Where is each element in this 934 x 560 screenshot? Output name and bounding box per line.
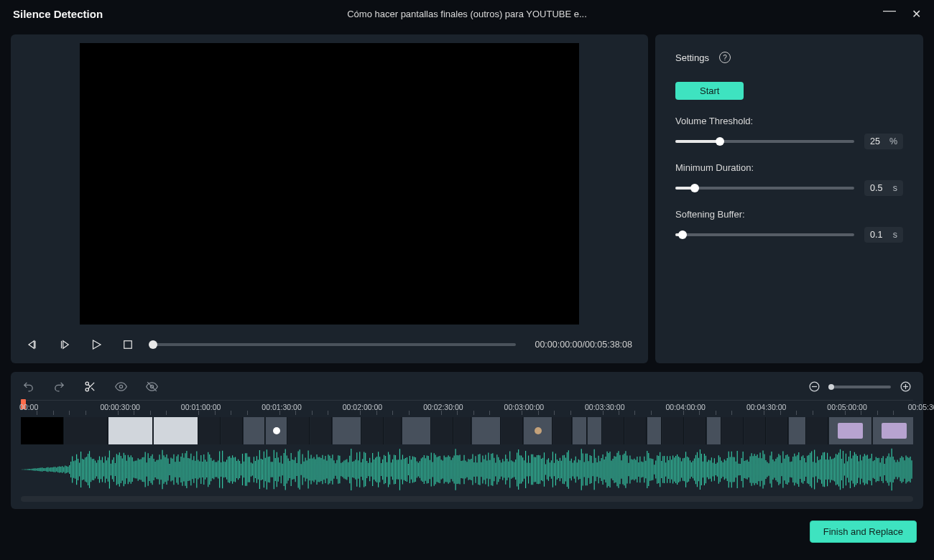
clip-thumb[interactable] [807, 417, 828, 444]
settings-panel: Settings ? Start Volume Threshold: 25 % … [655, 34, 923, 363]
start-button[interactable]: Start [675, 82, 744, 100]
clip-thumb[interactable] [767, 417, 788, 444]
clip-thumb[interactable] [65, 417, 108, 444]
clip-thumb[interactable] [199, 417, 221, 444]
clip-thumb[interactable] [333, 417, 361, 444]
clip-thumb[interactable] [873, 417, 913, 444]
svg-marker-3 [63, 341, 69, 349]
volume-threshold-label: Volume Threshold: [675, 116, 903, 126]
stop-icon[interactable] [121, 338, 134, 351]
svg-marker-4 [93, 340, 101, 349]
ruler-label: 00:00 [19, 403, 38, 411]
zoom-out-icon[interactable] [808, 381, 820, 393]
clip-thumb[interactable] [21, 417, 64, 444]
clip-thumb[interactable] [362, 417, 384, 444]
clip-thumb[interactable] [472, 417, 501, 444]
volume-threshold-value[interactable]: 25 % [864, 134, 903, 149]
step-forward-icon[interactable] [58, 338, 71, 351]
clip-thumb[interactable] [501, 417, 523, 444]
volume-threshold-slider[interactable] [675, 140, 854, 143]
svg-point-6 [85, 382, 88, 385]
scrub-bar[interactable] [153, 343, 516, 346]
minimum-duration-slider[interactable] [675, 187, 854, 190]
clip-thumb[interactable] [454, 417, 471, 444]
svg-line-9 [91, 388, 94, 391]
eye-off-icon[interactable] [146, 381, 158, 393]
close-icon[interactable]: ✕ [912, 7, 921, 21]
clip-thumb[interactable] [707, 417, 721, 444]
clip-thumb[interactable] [288, 417, 310, 444]
step-back-icon[interactable] [27, 338, 40, 351]
settings-heading: Settings [675, 52, 709, 63]
clip-thumb[interactable] [647, 417, 662, 444]
redo-icon[interactable] [53, 381, 65, 393]
video-preview[interactable] [80, 43, 579, 325]
timeline-panel: 00:0000:00:30:0000:01:00:0000:01:30:0000… [11, 372, 923, 509]
audio-track[interactable] [21, 444, 913, 495]
clip-thumb[interactable] [432, 417, 453, 444]
timecode: 00:00:00:00/00:05:38:08 [535, 340, 632, 350]
clip-thumb[interactable] [553, 417, 572, 444]
clip-thumb[interactable] [573, 417, 587, 444]
svg-line-10 [88, 385, 91, 387]
svg-marker-0 [29, 341, 34, 349]
clip-thumb[interactable] [625, 417, 647, 444]
clip-thumb[interactable] [722, 417, 744, 444]
clip-thumb[interactable] [402, 417, 431, 444]
clip-thumb[interactable] [829, 417, 872, 444]
softening-buffer-value[interactable]: 0.1 s [864, 227, 903, 243]
clip-thumb[interactable] [266, 417, 287, 444]
transport-bar: 00:00:00:00/00:05:38:08 [27, 335, 632, 355]
help-icon[interactable]: ? [719, 52, 731, 63]
play-icon[interactable] [90, 338, 103, 351]
timeline-scrollbar[interactable] [21, 496, 913, 502]
clip-thumb[interactable] [108, 417, 153, 444]
svg-point-7 [85, 388, 88, 391]
timeline-toolbar [21, 379, 913, 400]
zoom-in-icon[interactable] [900, 381, 912, 393]
clip-thumb[interactable] [789, 417, 806, 444]
clip-thumb[interactable] [603, 417, 624, 444]
undo-icon[interactable] [22, 381, 34, 393]
minimize-icon[interactable]: — [883, 3, 896, 18]
softening-buffer-label: Softening Buffer: [675, 209, 903, 220]
zoom-slider[interactable] [829, 386, 891, 388]
minimum-duration-value[interactable]: 0.5 s [864, 180, 903, 196]
title-bar: Silence Detection Cómo hacer pantallas f… [0, 0, 934, 27]
ruler-label: 00:05:30:00 [908, 403, 934, 411]
svg-point-11 [119, 385, 122, 388]
clip-thumb[interactable] [221, 417, 243, 444]
clip-thumb[interactable] [588, 417, 602, 444]
clip-thumb[interactable] [744, 417, 766, 444]
clip-thumb[interactable] [524, 417, 552, 444]
video-track[interactable] [21, 417, 913, 444]
clip-thumb[interactable] [310, 417, 332, 444]
clip-thumb[interactable] [154, 417, 198, 444]
clip-thumb[interactable] [384, 417, 402, 444]
softening-buffer-slider[interactable] [675, 233, 854, 236]
app-title: Silence Detection [13, 8, 103, 20]
eye-icon[interactable] [115, 381, 127, 393]
document-title: Cómo hacer pantallas finales (outros) pa… [347, 9, 587, 19]
clip-thumb[interactable] [244, 417, 265, 444]
clip-thumb[interactable] [685, 417, 706, 444]
scissors-icon[interactable] [84, 381, 96, 393]
time-ruler[interactable]: 00:0000:00:30:0000:01:00:0000:01:30:0000… [21, 400, 913, 417]
minimum-duration-label: Minimum Duration: [675, 162, 903, 173]
svg-rect-5 [124, 341, 132, 349]
clip-thumb[interactable] [662, 417, 684, 444]
preview-panel: 00:00:00:00/00:05:38:08 [11, 34, 648, 363]
finish-and-replace-button[interactable]: Finish and Replace [810, 521, 917, 543]
